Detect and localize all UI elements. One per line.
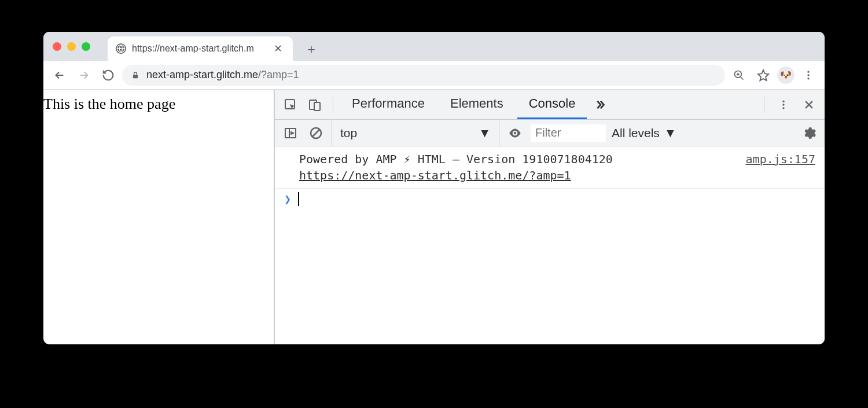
inspect-element-icon[interactable] xyxy=(279,94,301,116)
clear-console-icon[interactable] xyxy=(306,123,326,143)
page-viewport: This is the home page xyxy=(43,90,275,344)
svg-point-14 xyxy=(514,131,516,134)
tab-console[interactable]: Console xyxy=(517,90,587,119)
address-bar[interactable]: next-amp-start.glitch.me/?amp=1 xyxy=(122,65,725,86)
prompt-chevron-icon: ❯ xyxy=(284,192,298,206)
minimize-window-button[interactable] xyxy=(67,42,76,51)
close-window-button[interactable] xyxy=(53,42,61,51)
console-message: Powered by AMP ⚡ HTML – Version 19100718… xyxy=(299,151,734,183)
url-path: /?amp=1 xyxy=(258,69,299,80)
browser-window: https://next-amp-start.glitch.m ✕ ＋ next… xyxy=(43,32,825,344)
log-text-line1: Powered by AMP ⚡ HTML – Version 19100718… xyxy=(299,152,613,166)
svg-rect-1 xyxy=(133,75,138,78)
devtools-menu-icon[interactable] xyxy=(773,94,795,116)
browser-toolbar: next-amp-start.glitch.me/?amp=1 🐶 xyxy=(43,61,825,90)
close-devtools-icon[interactable] xyxy=(798,94,820,116)
tab-performance[interactable]: Performance xyxy=(340,90,436,119)
live-expression-icon[interactable] xyxy=(505,123,525,143)
forward-button[interactable] xyxy=(73,65,94,86)
chevron-down-icon: ▼ xyxy=(664,126,676,140)
svg-point-3 xyxy=(807,71,809,72)
svg-point-5 xyxy=(807,78,809,79)
bookmark-button[interactable] xyxy=(753,65,774,86)
svg-point-4 xyxy=(807,74,809,76)
console-sidebar-toggle-icon[interactable] xyxy=(281,123,300,143)
console-log-row[interactable]: Powered by AMP ⚡ HTML – Version 19100718… xyxy=(275,146,825,189)
execution-context-selector[interactable]: top ▼ xyxy=(332,120,499,146)
zoom-button[interactable] xyxy=(729,65,749,86)
log-text-line2: https://next-amp-start.glitch.me/?amp=1 xyxy=(299,168,571,182)
context-label: top xyxy=(340,126,357,140)
text-caret xyxy=(298,192,299,206)
lock-icon xyxy=(131,71,139,80)
tab-elements[interactable]: Elements xyxy=(439,90,515,119)
chevron-down-icon: ▼ xyxy=(479,126,491,140)
svg-point-10 xyxy=(782,104,784,105)
profile-avatar[interactable]: 🐶 xyxy=(777,67,795,84)
separator xyxy=(333,97,333,113)
tab-title: https://next-amp-start.glitch.m xyxy=(132,43,254,54)
globe-icon xyxy=(116,43,126,54)
devtools-tab-bar: Performance Elements Console xyxy=(275,90,825,120)
svg-point-9 xyxy=(782,100,784,102)
separator xyxy=(764,97,764,113)
browser-tab[interactable]: https://next-amp-start.glitch.m ✕ xyxy=(108,36,293,61)
devtools-panel: Performance Elements Console xyxy=(275,90,825,344)
tab-strip: https://next-amp-start.glitch.m ✕ ＋ xyxy=(43,32,825,61)
reload-button[interactable] xyxy=(98,65,119,86)
more-tabs-icon[interactable] xyxy=(589,94,611,116)
url-host: next-amp-start.glitch.me xyxy=(146,69,258,80)
console-filter-input[interactable] xyxy=(531,124,606,142)
page-body-text: This is the home page xyxy=(43,95,175,112)
console-settings-icon[interactable] xyxy=(799,123,819,143)
console-toolbar: top ▼ All levels ▼ xyxy=(275,120,825,146)
device-toolbar-icon[interactable] xyxy=(304,94,326,116)
console-prompt[interactable]: ❯ xyxy=(275,189,825,209)
url-text: next-amp-start.glitch.me/?amp=1 xyxy=(146,69,299,81)
browser-menu-button[interactable] xyxy=(798,65,819,86)
content-area: This is the home page Performance Elemen… xyxy=(43,90,825,344)
svg-point-11 xyxy=(782,107,784,109)
log-levels-selector[interactable]: All levels ▼ xyxy=(612,126,676,140)
close-tab-button[interactable]: ✕ xyxy=(271,42,285,55)
window-controls xyxy=(53,32,108,61)
maximize-window-button[interactable] xyxy=(82,42,90,51)
new-tab-button[interactable]: ＋ xyxy=(301,39,322,60)
svg-rect-8 xyxy=(314,102,320,111)
levels-label: All levels xyxy=(612,126,660,140)
console-output: Powered by AMP ⚡ HTML – Version 19100718… xyxy=(275,146,825,344)
back-button[interactable] xyxy=(49,65,70,86)
console-source-link[interactable]: amp.js:157 xyxy=(734,151,815,183)
